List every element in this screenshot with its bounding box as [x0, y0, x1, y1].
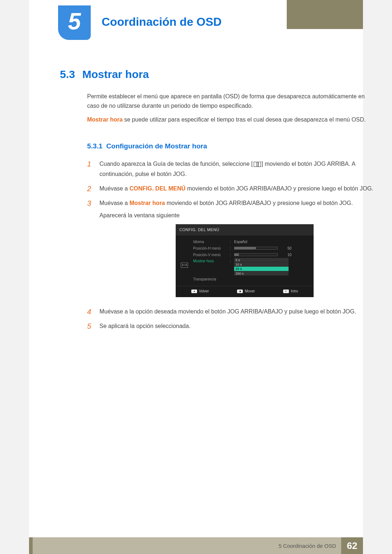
step-number: 3 [87, 198, 94, 302]
intro-bold: Mostrar hora [87, 116, 123, 123]
osd-footer-label: Volver [199, 288, 209, 295]
step-3-bold: Mostrar hora [130, 200, 165, 206]
step-3-post: moviendo el botón JOG ARRIBA/ABAJO y pre… [165, 200, 353, 206]
step-number: 2 [87, 184, 94, 194]
osd-label: Transparencia [193, 276, 228, 283]
osd-label: Idioma [193, 239, 228, 245]
osd-row-trans: Transparencia [193, 276, 310, 282]
top-accent-bar [287, 0, 363, 29]
step-4: 4 Muévase a la opción deseada moviendo e… [87, 307, 381, 317]
chapter-number-badge: 5 [58, 5, 91, 40]
section-heading: 5.3 Mostrar hora [60, 68, 149, 81]
section-number: 5.3 [60, 68, 75, 81]
step-number: 4 [87, 307, 94, 317]
osd-footer-intro: ↵Intro [283, 288, 298, 295]
step-text: Cuando aparezca la Guía de teclas de fun… [99, 159, 381, 179]
osd-slider [234, 247, 278, 250]
intro-rest: se puede utilizar para especificar el ti… [123, 116, 366, 123]
osd-label: Posición-V menú [193, 252, 228, 258]
subsection-number: 5.3.1 [87, 142, 102, 150]
step-text: Se aplicará la opción seleccionada. [99, 321, 381, 331]
intro-paragraph-2: Mostrar hora se puede utilizar para espe… [87, 115, 377, 124]
step-text: Muévase a Mostrar hora moviendo el botón… [99, 198, 381, 302]
footer-label: 5 Coordinación de OSD [29, 537, 341, 554]
osd-footer-volver: ◂Volver [191, 288, 209, 295]
step-3-pre: Muévase a [99, 200, 130, 206]
osd-title: CONFIG. DEL MENÚ [176, 224, 314, 235]
step-5: 5 Se aplicará la opción seleccionada. [87, 321, 381, 331]
osd-option: 5 s [234, 258, 289, 262]
osd-option: 10 s [234, 262, 289, 267]
return-icon: ⟷ [181, 263, 188, 268]
steps-list: 1 Cuando aparezca la Guía de teclas de f… [87, 159, 381, 336]
step-2-pre: Muévase a [99, 185, 130, 192]
step-2-post: moviendo el botón JOG ARRIBA/ABAJO y pre… [185, 185, 373, 192]
back-key-icon: ◂ [191, 290, 197, 293]
osd-footer: ◂Volver ◆Mover ↵Intro [176, 286, 314, 296]
osd-option: 200 s [234, 271, 289, 276]
osd-row-mostrar: Mostrar hora : 5 s 10 s 20 s 200 s [193, 258, 310, 276]
enter-key-icon: ↵ [283, 290, 289, 293]
move-key-icon: ◆ [237, 290, 243, 293]
intro-paragraph-1: Permite establecer el menú que aparece e… [87, 92, 377, 111]
page-number: 62 [341, 537, 363, 554]
subsection-title: Configuración de Mostrar hora [106, 142, 207, 150]
menu-icon [254, 162, 261, 167]
step-2: 2 Muévase a CONFIG. DEL MENÚ moviendo el… [87, 184, 381, 194]
osd-footer-label: Mover [245, 288, 255, 295]
footer-bar: 5 Coordinación de OSD 62 [29, 537, 363, 554]
osd-value: Español [234, 239, 247, 245]
page: 5 Coordinación de OSD 5.3 Mostrar hora P… [29, 0, 363, 554]
osd-window: CONFIG. DEL MENÚ ⟷ Idioma : Español [176, 224, 314, 297]
step-number: 1 [87, 159, 94, 179]
osd-label-selected: Mostrar hora [193, 258, 228, 264]
osd-footer-mover: ◆Mover [237, 288, 255, 295]
step-3-line2: Aparecerá la ventana siguiente [99, 212, 180, 218]
osd-slider [234, 253, 278, 256]
section-title: Mostrar hora [82, 68, 149, 81]
step-text: Muévase a CONFIG. DEL MENÚ moviendo el b… [99, 184, 381, 194]
osd-value: 50 [283, 245, 291, 252]
osd-left-column: ⟷ [179, 238, 189, 282]
step-3: 3 Muévase a Mostrar hora moviendo el bot… [87, 198, 381, 302]
step-number: 5 [87, 321, 94, 331]
osd-row-posh: Posición-H menú : 50 [193, 245, 310, 251]
osd-footer-label: Intro [291, 288, 298, 295]
osd-row-posv: Posición-V menú : 10 [193, 251, 310, 258]
osd-option-active: 20 s [234, 267, 289, 271]
osd-row-idioma: Idioma : Español [193, 238, 310, 245]
step-text: Muévase a la opción deseada moviendo el … [99, 307, 381, 317]
chapter-title: Coordinación de OSD [102, 15, 222, 29]
step-1: 1 Cuando aparezca la Guía de teclas de f… [87, 159, 381, 179]
footer-left-accent [29, 537, 33, 554]
osd-options: 5 s 10 s 20 s 200 s [234, 258, 289, 276]
step-2-bold: CONFIG. DEL MENÚ [130, 185, 185, 192]
step-1-pre: Cuando aparezca la Guía de teclas de fun… [99, 161, 253, 167]
osd-value: 10 [283, 252, 291, 258]
subsection-heading: 5.3.1 Configuración de Mostrar hora [87, 142, 207, 150]
osd-label: Posición-H menú [193, 245, 228, 252]
